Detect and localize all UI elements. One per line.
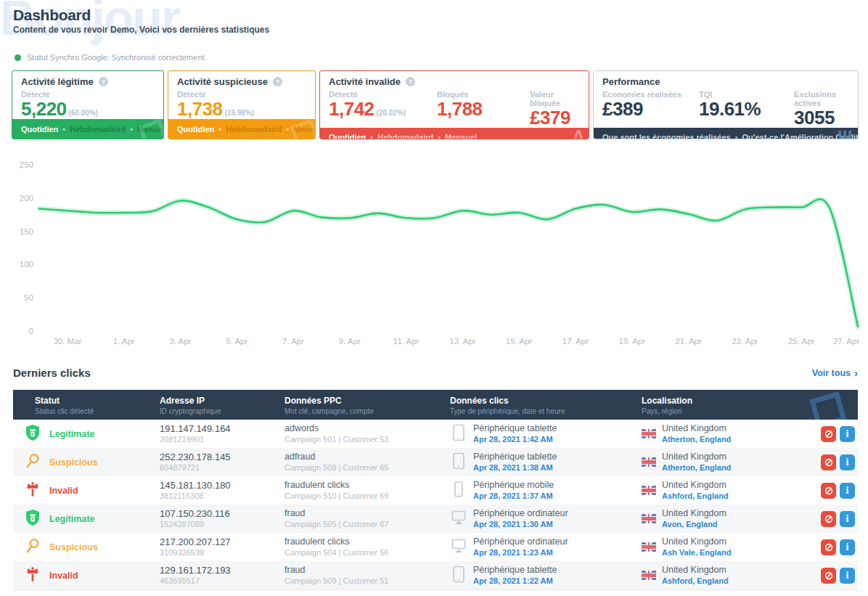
device-icon [450,565,467,587]
performance-footer: Que sont les économies réalisées Qu'est-… [594,128,858,139]
info-button[interactable] [840,511,855,527]
logo-trident-icon [838,128,852,139]
metric-value: 1,742 [329,99,374,119]
view-all-link[interactable]: Voir tous › [812,367,858,378]
block-button[interactable] [821,454,836,470]
x-axis-label: 23. Apr [732,337,758,346]
ppc-keyword: fraud [284,508,450,519]
ppc-keyword: fraud [284,565,450,576]
ppc-campaign: Campaign 501 | Customer 53 [284,434,450,444]
info-button[interactable] [840,483,855,499]
block-button[interactable] [821,568,836,584]
ppc-campaign: Campaign 508 | Customer 65 [284,462,450,473]
region-link[interactable]: Ashford, England [662,491,729,501]
period-daily[interactable]: Quotidien [177,125,214,134]
x-axis-label: 19. Apr [619,337,646,346]
logo-deco-icon [573,128,584,139]
magnifier-icon [24,537,41,555]
stat-cards: Activité légitime Détecté 5,220 (60.00%)… [12,70,859,139]
x-axis-label: 5. Apr [226,337,247,346]
info-button[interactable] [840,539,855,555]
info-button[interactable] [840,454,855,470]
table-header: Statut Status clic détecté Adresse IP ID… [13,390,858,420]
block-button[interactable] [821,539,836,555]
click-datetime-link[interactable]: Apr 28, 2021 1:22 AM [473,576,557,586]
ip-address: 191.147.149.164 [160,423,284,434]
x-axis-label: 9. Apr [339,337,361,346]
col-status: Statut Status clic détecté [13,395,160,415]
y-axis-label: 200 [20,194,33,203]
info-button[interactable] [840,568,855,584]
period-daily[interactable]: Quotidien [21,125,58,134]
status-icon [24,424,41,444]
country: United Kingdom [662,423,731,434]
device-type: Périphérique ordinateur [473,536,568,547]
shield-icon [24,509,41,526]
block-icon [824,542,834,552]
status-icon [24,481,41,501]
click-datetime-link[interactable]: Apr 28, 2021 1:42 AM [473,434,557,444]
device-type: Périphérique mobile [473,480,554,491]
status-icon [24,537,41,558]
period-weekly[interactable]: Hebdomadaird [377,133,433,139]
crypto-id: 3812116308 [160,491,284,501]
region-link[interactable]: Avon, England [662,519,726,529]
country: United Kingdom [662,480,729,491]
question-icon[interactable] [406,77,415,86]
block-button[interactable] [821,483,836,499]
block-icon [824,571,834,581]
period-weekly[interactable]: Hebdomadaird [70,125,126,134]
metric-percent: (60.00%) [69,109,99,117]
region-link[interactable]: Atherton, England [662,434,731,444]
period-weekly[interactable]: Hebdomadaird [226,125,282,134]
region-link[interactable]: Ashford, England [662,576,729,586]
metric-percent: (20.02%) [377,109,406,117]
question-icon[interactable] [273,77,282,86]
metric-value: 3055 [794,108,835,128]
y-axis-label: 150 [20,227,33,236]
ip-address: 145.181.130.180 [160,480,284,491]
chevron-right-icon: › [854,367,858,378]
savings-help-link[interactable]: Que sont les économies réalisées [602,133,731,139]
period-switcher: Quotidien Hebdomadaird Mensuel [168,119,315,139]
card-title: Activité invalide [329,76,401,87]
period-daily[interactable]: Quotidien [329,133,366,139]
period-monthly[interactable]: Mensuel [445,133,477,139]
card-title: Activité suspicieuse [177,76,268,87]
table-body: Legitimate 191.147.149.164 2081219901 ad… [13,420,858,589]
gavel-icon [24,566,41,583]
y-axis-label: 0 [29,327,33,335]
line-glow [39,199,858,326]
status-dot-icon [15,54,21,61]
block-button[interactable] [821,511,836,527]
tablet-icon [450,565,467,584]
card-legitimate-activity: Activité légitime Détecté 5,220 (60.00%)… [12,70,164,139]
click-datetime-link[interactable]: Apr 28, 2021 1:23 AM [473,547,568,558]
status-text: Statut Synchro Google: Synchronisé corre… [27,53,207,62]
logo-deco-icon [290,119,315,139]
region-link[interactable]: Atherton, England [662,462,731,473]
question-icon[interactable] [99,77,108,86]
metric-label: Exclusions actives [794,90,849,107]
col-ppc: Données PPC Mot clé, campagne, compte [284,395,450,415]
table-row: Legitimate 107.150.230.116 1524287089 fr… [13,505,858,533]
col-clicks: Données clics Type de périphérique, date… [450,395,642,415]
desktop-icon [450,536,467,555]
ppc-keyword: fraudulent clicks [284,480,450,491]
ppc-campaign: Campaign 504 | Customer 56 [284,547,450,558]
ip-address: 107.150.230.116 [160,508,284,519]
country: United Kingdom [662,452,731,462]
x-axis-label: 30. Mar [53,337,81,346]
ppc-keyword: adwords [284,423,450,434]
click-datetime-link[interactable]: Apr 28, 2021 1:38 AM [473,462,557,473]
metric-label: Valeur bloquée [530,90,580,107]
crypto-id: 2081219901 [160,434,284,444]
click-datetime-link[interactable]: Apr 28, 2021 1:30 AM [473,519,568,529]
click-datetime-link[interactable]: Apr 28, 2021 1:37 AM [473,491,554,501]
info-button[interactable] [840,426,855,442]
region-link[interactable]: Ash Vale, England [662,547,731,558]
metric-value: 19.61% [699,99,761,119]
device-type: Périphérique ordinateur [473,508,568,519]
uk-flag-icon [642,514,656,523]
block-button[interactable] [821,426,836,442]
